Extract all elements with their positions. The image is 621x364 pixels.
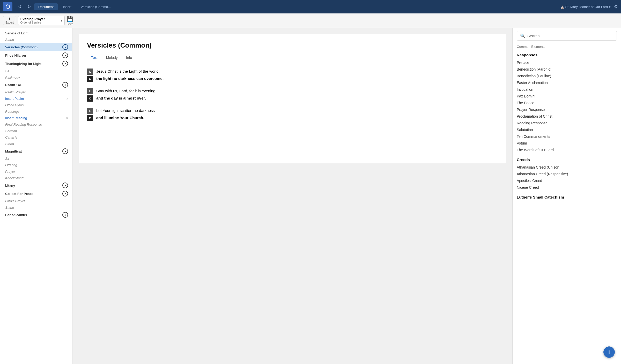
sidebar-item-psalm-prayer: Psalm Prayer — [0, 89, 72, 95]
panel-item-0-12[interactable]: Votum — [517, 140, 617, 147]
sidebar-item-litany: Litany▶ — [0, 181, 72, 189]
tab-text[interactable]: Text — [87, 54, 102, 62]
tab-versicles[interactable]: Versicles (Commo... — [77, 3, 115, 10]
sidebar: Service of LightStandVersicles (Common)▶… — [0, 28, 72, 364]
play-button[interactable]: ▶ — [62, 212, 68, 218]
panel-item-0-4[interactable]: Invocation — [517, 86, 617, 93]
play-button[interactable]: ▶ — [62, 82, 68, 88]
versicle-role-l: L — [87, 88, 93, 94]
panel-item-1-0[interactable]: Athanasian Creed (Unison) — [517, 164, 617, 171]
redo-button[interactable]: ↻ — [25, 3, 33, 11]
sidebar-item-phos-hilaron: Phos Hilaron▶ — [0, 51, 72, 59]
top-navigation-bar: ↺ ↻ Document Insert Versicles (Commo... … — [0, 0, 621, 13]
versicle-role-c: C — [87, 95, 93, 102]
content-card: Versicles (Common) TextMelodyInfo LJesus… — [79, 34, 506, 163]
versicle-line-2-0: LLet Your light scatter the darkness — [87, 108, 498, 114]
sidebar-item-label: Insert Psalm — [5, 97, 24, 101]
tab-document[interactable]: Document — [34, 3, 58, 10]
panel-section-title-1: Creeds — [517, 157, 617, 162]
search-input[interactable] — [527, 34, 613, 38]
sidebar-item-versicles-common: Versicles (Common)▶ — [0, 43, 72, 51]
tab-info[interactable]: Info — [122, 54, 136, 62]
play-icon: ▶ — [65, 54, 66, 57]
sidebar-item-label: Lord's Prayer — [5, 199, 25, 203]
sidebar-item-magnificat: Magnificat▶ — [0, 147, 72, 155]
sidebar-item-insert-psalm: Insert Psalm× — [0, 95, 72, 102]
play-icon: ▶ — [65, 150, 66, 153]
play-icon: ▶ — [65, 63, 66, 65]
app-logo — [3, 2, 12, 11]
play-icon: ▶ — [65, 214, 66, 216]
panel-item-0-11[interactable]: Ten Commandments — [517, 133, 617, 140]
sidebar-item-final-reading-response: Final Reading Response — [0, 121, 72, 128]
doc-dropdown-icon: ▾ — [61, 19, 62, 22]
doc-title: Evening Prayer — [20, 17, 45, 21]
versicle-line-1-0: LStay with us, Lord, for it is evening, — [87, 88, 498, 94]
panel-item-0-13[interactable]: The Words of Our Lord — [517, 147, 617, 153]
panel-item-0-2[interactable]: Benediction (Pauline) — [517, 73, 617, 79]
search-box[interactable]: 🔍 — [517, 31, 617, 41]
panel-item-0-7[interactable]: Prayer Response — [517, 106, 617, 113]
sidebar-item-stand2: Stand — [0, 141, 72, 147]
sidebar-item-label: Psalm Prayer — [5, 90, 25, 94]
document-selector[interactable]: Evening Prayer Order of Service ▾ — [18, 16, 65, 25]
panel-item-0-9[interactable]: Reading Response — [517, 120, 617, 126]
save-button[interactable]: 💾 Save — [67, 16, 73, 26]
content-area: Versicles (Common) TextMelodyInfo LJesus… — [72, 28, 512, 364]
versicle-role-l: L — [87, 108, 93, 114]
settings-button[interactable]: ⚙ — [614, 4, 618, 10]
undo-button[interactable]: ↺ — [16, 3, 24, 11]
sidebar-item-label: Canticle — [5, 135, 17, 139]
close-icon[interactable]: × — [66, 97, 68, 101]
versicle-block-2: LLet Your light scatter the darknessCand… — [87, 108, 498, 121]
sidebar-item-psalm-141: Psalm 141▶ — [0, 81, 72, 89]
panel-item-1-3[interactable]: Nicene Creed — [517, 184, 617, 191]
play-icon: ▶ — [65, 184, 66, 187]
sidebar-item-offering: Offering — [0, 162, 72, 168]
sidebar-item-office-hymn: Office Hymn — [0, 102, 72, 108]
versicle-block-0: LJesus Christ is the Light of the world,… — [87, 69, 498, 82]
sidebar-item-label: Final Reading Response — [5, 123, 42, 126]
info-fab-button[interactable]: i — [603, 346, 615, 358]
play-button[interactable]: ▶ — [62, 183, 68, 188]
sidebar-item-label: Kneel/Stand — [5, 176, 24, 180]
versicle-text: and illumine Your Church. — [96, 115, 498, 121]
search-icon: 🔍 — [520, 33, 525, 38]
play-button[interactable]: ▶ — [62, 61, 68, 66]
sidebar-item-readings: Readings — [0, 108, 72, 115]
panel-item-1-1[interactable]: Athanasian Creed (Responsive) — [517, 171, 617, 177]
panel-item-0-5[interactable]: Pax Domini — [517, 93, 617, 100]
tab-melody[interactable]: Melody — [102, 54, 122, 62]
play-button[interactable]: ▶ — [62, 148, 68, 154]
panel-item-0-0[interactable]: Preface — [517, 59, 617, 66]
sidebar-item-stand: Stand — [0, 36, 72, 43]
versicle-role-l: L — [87, 69, 93, 75]
sidebar-item-lords-prayer: Lord's Prayer — [0, 198, 72, 204]
play-button[interactable]: ▶ — [62, 44, 68, 50]
panel-item-1-2[interactable]: Apostles' Creed — [517, 177, 617, 184]
close-icon[interactable]: × — [66, 116, 68, 120]
versicle-line-0-0: LJesus Christ is the Light of the world, — [87, 69, 498, 75]
tab-insert[interactable]: Insert — [59, 3, 76, 10]
play-button[interactable]: ▶ — [62, 191, 68, 196]
versicle-role-c: C — [87, 76, 93, 82]
church-dropdown-icon: ▾ — [609, 5, 611, 9]
sidebar-item-label: Readings — [5, 110, 19, 113]
panel-item-0-8[interactable]: Proclamation of Christ — [517, 113, 617, 120]
sidebar-item-insert-reading: Insert Reading× — [0, 115, 72, 121]
sidebar-item-service-of-light: Service of Light — [0, 30, 72, 36]
export-button[interactable]: ⬇ Export — [3, 16, 16, 25]
play-button[interactable]: ▶ — [62, 52, 68, 58]
panel-item-0-6[interactable]: The Peace — [517, 100, 617, 106]
panel-item-0-3[interactable]: Easter Acclamation — [517, 79, 617, 86]
sidebar-item-label: Phos Hilaron — [5, 54, 26, 57]
versicle-line-1-1: Cand the day is almost over. — [87, 95, 498, 102]
sidebar-item-label: Magnificat — [5, 149, 22, 153]
versicle-text: Stay with us, Lord, for it is evening, — [96, 88, 498, 94]
panel-item-0-10[interactable]: Salutation — [517, 126, 617, 133]
common-elements-header: Common Elements — [517, 45, 617, 49]
panel-item-0-1[interactable]: Benediction (Aaronic) — [517, 66, 617, 73]
sidebar-item-psalmody: Psalmody — [0, 74, 72, 81]
play-icon: ▶ — [65, 46, 66, 48]
panel-groups: ResponsesPrefaceBenediction (Aaronic)Ben… — [517, 53, 617, 199]
